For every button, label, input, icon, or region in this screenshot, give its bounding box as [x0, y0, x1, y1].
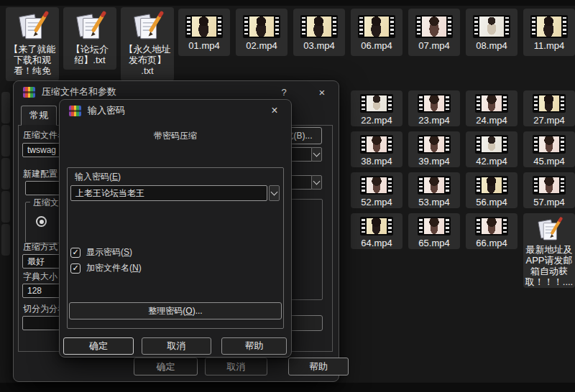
- file-66.mp4[interactable]: 66.mp4: [466, 213, 518, 249]
- ok-button[interactable]: 确定: [63, 337, 134, 355]
- video-thumbnail-icon: [360, 217, 393, 235]
- help-icon[interactable]: ?: [277, 85, 291, 99]
- file-name: 22.mp4: [361, 115, 392, 126]
- file-【论坛介[interactable]: 【论坛介绍】.txt: [63, 7, 116, 70]
- winrar-icon: [23, 87, 35, 98]
- file-【来了就能[interactable]: 【来了就能下载和观看！纯免: [6, 7, 59, 81]
- file-24.mp4[interactable]: 24.mp4: [466, 90, 518, 126]
- file-45.mp4[interactable]: 45.mp4: [523, 131, 575, 167]
- enter-password-label: 输入密码(E): [75, 171, 121, 183]
- video-thumbnail-icon: [418, 94, 451, 113]
- cancel-button[interactable]: 取消: [142, 337, 211, 355]
- file-name: 66.mp4: [476, 238, 507, 248]
- show-password-row[interactable]: ✓ 显示密码(S): [70, 246, 132, 258]
- file-07.mp4[interactable]: 07.mp4: [408, 9, 460, 56]
- file-最新地址及[interactable]: 最新地址及APP请发邮箱自动获取！！！....: [523, 213, 575, 288]
- file-42.mp4[interactable]: 42.mp4: [466, 131, 518, 167]
- organize-passwords-button[interactable]: 整理密码(O)...: [69, 302, 282, 319]
- file-name-line: 箱自动获: [530, 266, 568, 276]
- file-65.mp4[interactable]: 65.mp4: [408, 213, 460, 249]
- cancel-button[interactable]: 取消: [205, 358, 267, 375]
- file-11.mp4[interactable]: 11.mp4: [523, 9, 575, 56]
- text-file-icon: [129, 11, 165, 44]
- ok-button[interactable]: 确定: [134, 358, 198, 375]
- file-name: 03.mp4: [303, 40, 334, 51]
- winrar-icon: [69, 106, 81, 116]
- file-01.mp4[interactable]: 01.mp4: [178, 9, 230, 56]
- video-thumbnail-icon: [418, 176, 451, 195]
- file-name: 07.mp4: [418, 40, 449, 51]
- file-tile-partial: [1, 224, 10, 256]
- video-thumbnail-icon: [185, 15, 223, 38]
- file-tile-partial: [1, 191, 10, 223]
- password-combobox-input[interactable]: 上老王论坛当老王: [70, 185, 267, 201]
- file-name: 45.mp4: [533, 156, 564, 167]
- file-name-line: 绍】.txt: [74, 55, 105, 65]
- file-27.mp4[interactable]: 27.mp4: [523, 90, 575, 126]
- file-name: 53.mp4: [418, 197, 449, 207]
- video-thumbnail-icon: [475, 94, 508, 113]
- file-52.mp4[interactable]: 52.mp4: [351, 172, 402, 208]
- close-icon[interactable]: ×: [315, 85, 329, 99]
- file-56.mp4[interactable]: 56.mp4: [466, 172, 518, 208]
- file-tile-partial: [1, 125, 10, 157]
- video-thumbnail-icon: [533, 176, 566, 195]
- help-button[interactable]: 帮助: [288, 358, 349, 375]
- archive-dialog-title: 压缩文件名和参数: [42, 85, 116, 98]
- file-38.mp4[interactable]: 38.mp4: [351, 131, 402, 167]
- video-thumbnail-icon: [530, 15, 568, 38]
- video-thumbnail-icon: [475, 135, 508, 154]
- file-name-line: 下载和观: [14, 55, 51, 65]
- file-06.mp4[interactable]: 06.mp4: [351, 9, 402, 56]
- secondary-dropdown-icon[interactable]: [311, 175, 322, 190]
- format-radio-selected[interactable]: [36, 216, 47, 227]
- profile-label: 新建配置: [23, 168, 58, 180]
- tab-general[interactable]: 常规: [21, 106, 57, 126]
- help-button[interactable]: 帮助: [221, 337, 287, 355]
- password-dropdown-icon[interactable]: [269, 185, 280, 201]
- video-thumbnail-icon: [418, 217, 451, 235]
- show-password-checkbox-checked[interactable]: ✓: [70, 248, 80, 258]
- file-02.mp4[interactable]: 02.mp4: [236, 9, 288, 56]
- encrypt-names-checkbox-checked[interactable]: ✓: [70, 263, 80, 274]
- file-53.mp4[interactable]: 53.mp4: [408, 172, 460, 208]
- close-icon[interactable]: ×: [267, 103, 282, 118]
- dictionary-size-label: 字典大小: [23, 271, 58, 283]
- video-thumbnail-icon: [243, 15, 280, 38]
- file-name: 08.mp4: [476, 40, 507, 51]
- video-thumbnail-icon: [360, 135, 393, 154]
- text-file-icon: [14, 11, 50, 44]
- encrypt-names-row[interactable]: ✓ 加密文件名(N): [70, 262, 142, 274]
- video-thumbnail-icon: [415, 15, 453, 38]
- video-thumbnail-icon: [360, 94, 393, 113]
- file-name: 27.mp4: [533, 115, 564, 126]
- file-name: 42.mp4: [476, 156, 507, 167]
- file-【永久地址[interactable]: 【永久地址发布页】.txt: [121, 7, 174, 81]
- file-22.mp4[interactable]: 22.mp4: [351, 90, 402, 126]
- file-name: 38.mp4: [361, 156, 392, 167]
- file-23.mp4[interactable]: 23.mp4: [408, 90, 460, 126]
- text-file-icon: [72, 11, 108, 44]
- file-name-line: .txt: [141, 65, 153, 76]
- file-03.mp4[interactable]: 03.mp4: [293, 9, 345, 56]
- file-name: 52.mp4: [361, 197, 392, 207]
- file-39.mp4[interactable]: 39.mp4: [408, 131, 460, 167]
- update-mode-dropdown-icon[interactable]: [311, 147, 322, 162]
- password-dialog: 输入密码 × 带密码压缩 输入密码(E) 上老王论坛当老王 ✓ 显示密码(S) …: [59, 99, 292, 358]
- show-password-label: 显示密码(S): [86, 246, 132, 258]
- file-tile-partial: [1, 92, 10, 123]
- file-name-line: 看！纯免: [14, 65, 51, 76]
- desktop: 【来了就能下载和观看！纯免【论坛介绍】.txt【永久地址发布页】.txt01.m…: [0, 0, 575, 392]
- file-name: 06.mp4: [361, 40, 392, 51]
- file-57.mp4[interactable]: 57.mp4: [523, 172, 575, 208]
- file-name: 39.mp4: [418, 156, 449, 167]
- video-thumbnail-icon: [358, 15, 395, 38]
- file-64.mp4[interactable]: 64.mp4: [351, 213, 402, 249]
- video-thumbnail-icon: [533, 94, 566, 113]
- file-08.mp4[interactable]: 08.mp4: [466, 9, 518, 56]
- file-name: 65.mp4: [418, 238, 449, 248]
- file-tile-partial: [1, 158, 10, 190]
- password-header-text: 带密码压缩: [60, 130, 291, 142]
- file-name: 56.mp4: [476, 197, 507, 207]
- text-file-icon: [533, 217, 565, 244]
